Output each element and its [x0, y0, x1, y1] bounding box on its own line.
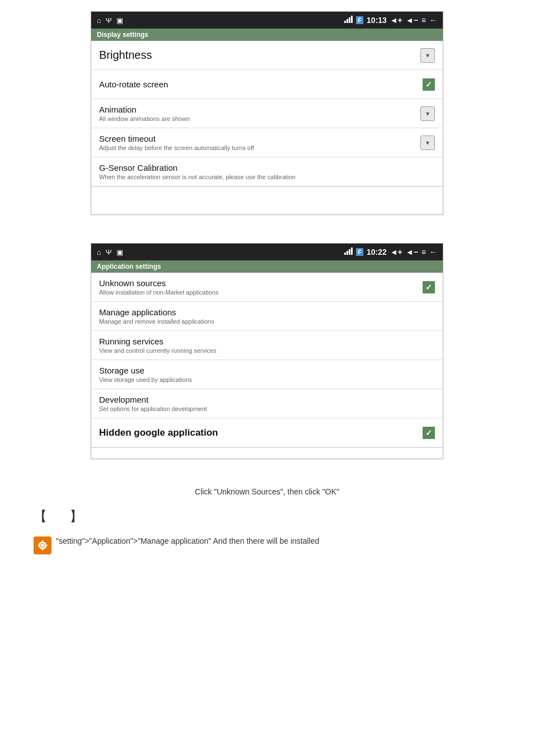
- settings-instruction-text: "setting">"Application">"Manage applicat…: [56, 536, 319, 545]
- app-volume-down-icon: ◄−: [406, 248, 418, 256]
- volume-up-icon: ◄+: [390, 16, 402, 25]
- display-section-header: Display settings: [91, 29, 443, 41]
- display-status-bar: ⌂ Ψ ▣ F 10:13 ◄+ ◄− ≡ ←: [91, 12, 443, 29]
- animation-item[interactable]: Animation All window animations are show…: [91, 99, 443, 128]
- usb-icon: Ψ: [106, 16, 112, 25]
- brightness-text: Brightness: [99, 49, 420, 62]
- signal-icon: [344, 16, 353, 25]
- app-status-bar-right: F 10:22 ◄+ ◄− ≡ ←: [344, 248, 437, 256]
- g-sensor-text: G-Sensor Calibration When the accelerati…: [99, 163, 435, 180]
- manage-applications-subtitle: Manage and remove installed applications: [99, 318, 435, 325]
- settings-instruction-line: "setting">"Application">"Manage applicat…: [34, 536, 500, 554]
- development-subtitle: Set options for application development: [99, 405, 435, 412]
- running-services-subtitle: View and control currently running servi…: [99, 347, 435, 354]
- screen-timeout-title: Screen timeout: [99, 134, 420, 143]
- manage-applications-text: Manage applications Manage and remove in…: [99, 307, 435, 325]
- development-title: Development: [99, 395, 435, 404]
- time-display: 10:13: [367, 16, 387, 25]
- auto-rotate-checkbox[interactable]: [423, 78, 435, 91]
- settings-gear-icon: [34, 536, 51, 554]
- storage-use-item[interactable]: Storage use View storage used by applica…: [91, 360, 443, 389]
- display-settings-frame: ⌂ Ψ ▣ F 10:13 ◄+ ◄− ≡ ←: [91, 11, 443, 215]
- status-bar-right: F 10:13 ◄+ ◄− ≡ ←: [344, 16, 437, 25]
- auto-rotate-title: Auto-rotate screen: [99, 80, 423, 89]
- app-menu-icon: ≡: [421, 248, 426, 256]
- development-item[interactable]: Development Set options for application …: [91, 389, 443, 418]
- storage-use-text: Storage use View storage used by applica…: [99, 366, 435, 383]
- app-time-display: 10:22: [367, 248, 387, 256]
- unknown-sources-title: Unknown sources: [99, 278, 423, 288]
- screen-timeout-dropdown[interactable]: ▾: [420, 136, 435, 150]
- menu-icon: ≡: [421, 16, 426, 25]
- g-sensor-subtitle: When the acceleration sensor is not accu…: [99, 174, 435, 180]
- app-data-icon: F: [356, 248, 363, 256]
- hidden-google-text: Hidden google application: [99, 427, 423, 438]
- display-empty-bottom: [91, 186, 443, 214]
- development-text: Development Set options for application …: [99, 395, 435, 412]
- storage-use-subtitle: View storage used by applications: [99, 376, 435, 383]
- running-services-item[interactable]: Running services View and control curren…: [91, 331, 443, 360]
- running-services-title: Running services: [99, 337, 435, 346]
- bracket-left: 【: [34, 507, 47, 525]
- manage-applications-item[interactable]: Manage applications Manage and remove in…: [91, 302, 443, 331]
- app-battery-icon: ▣: [116, 248, 123, 256]
- status-bar-left-icons: ⌂ Ψ ▣: [97, 16, 123, 25]
- screen-timeout-item[interactable]: Screen timeout Adjust the delay before t…: [91, 128, 443, 157]
- brightness-item[interactable]: Brightness ▾: [91, 41, 443, 70]
- app-volume-up-icon: ◄+: [390, 248, 402, 256]
- running-services-text: Running services View and control curren…: [99, 337, 435, 354]
- battery-icon: ▣: [116, 16, 123, 25]
- animation-subtitle: All window animations are shown: [99, 115, 420, 122]
- unknown-sources-checkbox[interactable]: [423, 281, 435, 293]
- animation-title: Animation: [99, 105, 420, 114]
- app-usb-icon: Ψ: [106, 248, 112, 256]
- brightness-dropdown[interactable]: ▾: [420, 48, 435, 63]
- unknown-sources-text: Unknown sources Allow installation of no…: [99, 278, 423, 296]
- app-status-bar-left: ⌂ Ψ ▣: [97, 248, 123, 256]
- back-icon: ←: [429, 16, 437, 25]
- storage-use-title: Storage use: [99, 366, 435, 375]
- hidden-google-item[interactable]: Hidden google application: [91, 418, 443, 447]
- app-section-header: Application settings: [91, 260, 443, 273]
- brightness-title: Brightness: [99, 49, 420, 62]
- g-sensor-item[interactable]: G-Sensor Calibration When the accelerati…: [91, 157, 443, 186]
- volume-down-icon: ◄−: [406, 16, 418, 25]
- data-icon: F: [356, 16, 363, 24]
- manage-applications-title: Manage applications: [99, 307, 435, 317]
- app-signal-icon: [344, 248, 353, 256]
- home-icon: ⌂: [97, 16, 101, 25]
- animation-dropdown[interactable]: ▾: [420, 106, 435, 121]
- app-status-bar: ⌂ Ψ ▣ F 10:22 ◄+ ◄− ≡ ←: [91, 244, 443, 260]
- screen-timeout-text: Screen timeout Adjust the delay before t…: [99, 134, 420, 151]
- click-instruction: Click "Unknown Sources", then click "OK": [11, 487, 523, 496]
- hidden-google-checkbox[interactable]: [423, 427, 435, 439]
- bracket-right: 】: [69, 507, 83, 525]
- app-empty-bottom: [91, 447, 443, 459]
- g-sensor-title: G-Sensor Calibration: [99, 163, 435, 172]
- app-home-icon: ⌂: [97, 248, 101, 256]
- bracket-line: 【 】: [34, 507, 500, 525]
- application-settings-frame: ⌂ Ψ ▣ F 10:22 ◄+ ◄− ≡ ←: [91, 243, 443, 459]
- svg-point-0: [41, 544, 44, 547]
- animation-text: Animation All window animations are show…: [99, 105, 420, 122]
- unknown-sources-item[interactable]: Unknown sources Allow installation of no…: [91, 273, 443, 302]
- screen-timeout-subtitle: Adjust the delay before the screen autom…: [99, 144, 420, 151]
- auto-rotate-item[interactable]: Auto-rotate screen: [91, 70, 443, 99]
- hidden-google-title: Hidden google application: [99, 427, 423, 438]
- app-back-icon: ←: [429, 248, 437, 256]
- auto-rotate-text: Auto-rotate screen: [99, 80, 423, 89]
- unknown-sources-subtitle: Allow installation of non-Market applica…: [99, 289, 423, 296]
